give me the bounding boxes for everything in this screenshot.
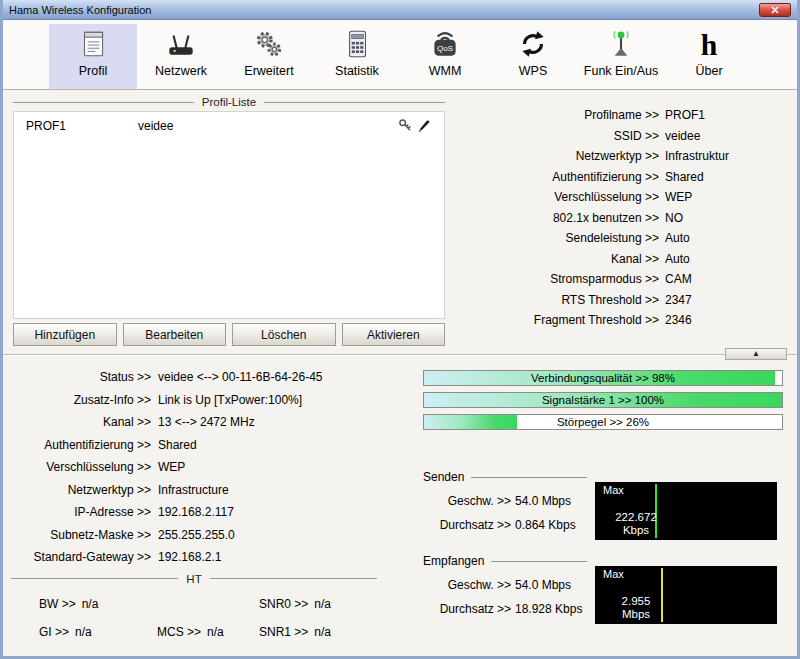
activate-button[interactable]: Aktivieren: [342, 323, 446, 346]
subnet-row: Subnetz-Maske >>255.255.255.0: [11, 528, 411, 542]
calculator-icon: [313, 27, 401, 63]
titlebar[interactable]: Hama Wireless Konfiguration: [3, 0, 797, 20]
signal-strength-label: Signalstärke 1 >> 100%: [424, 393, 782, 407]
ht-snr1: SNR1 >>n/a: [259, 625, 377, 639]
profile-list-panel: Profil-Liste PROF1 veidee: [13, 96, 445, 346]
status-row: Status >>veidee <--> 00-11-6B-64-26-45: [11, 370, 411, 384]
link-quality-bar: Verbindungsqualität >> 98%: [423, 370, 783, 386]
profile-buttons: Hinzufügen Bearbeiten Löschen Aktivieren: [13, 323, 445, 346]
detail-netzwerktyp: Netzwerktyp >>Infrastruktur: [469, 149, 773, 163]
ht-grid: BW >>n/a SNR0 >>n/a GI >>n/a MCS >>n/a S…: [11, 597, 377, 639]
tab-funk-ein-aus[interactable]: Funk Ein/Aus: [577, 24, 665, 89]
zusatz-info-row: Zusatz-Info >>Link is Up [TxPower:100%]: [11, 393, 411, 407]
svg-text:QoS: QoS: [437, 44, 453, 53]
close-button[interactable]: [759, 3, 791, 17]
profile-list-group-title: Profil-Liste: [13, 96, 445, 108]
profile-name: PROF1: [26, 119, 138, 133]
detail-ssid: SSID >>veidee: [469, 129, 773, 143]
noise-level-bar: Störpegel >> 26%: [423, 414, 783, 430]
signal-panel: Verbindungsqualität >> 98% Signalstärke …: [411, 370, 783, 639]
senden-header: Senden: [423, 470, 587, 484]
active-check-pen-icon: [417, 118, 432, 133]
noise-level-label: Störpegel >> 26%: [424, 415, 782, 429]
status-section: Status >>veidee <--> 00-11-6B-64-26-45 Z…: [3, 360, 797, 639]
auth-row: Authentifizierung >>Shared: [11, 438, 411, 452]
profile-list[interactable]: PROF1 veidee: [13, 111, 445, 319]
qos-icon: QoS: [401, 27, 489, 63]
antenna-icon: [577, 27, 665, 63]
profile-ssid: veidee: [138, 119, 398, 133]
senden-graph: Max 222.672 Kbps: [595, 482, 777, 540]
tab-wmm[interactable]: QoS WMM: [401, 24, 489, 89]
tab-erweitert-label: Erweitert: [225, 64, 313, 78]
app-window: Hama Wireless Konfiguration Profil: [0, 0, 800, 659]
section-divider: ▲: [3, 348, 797, 360]
empfangen-header: Empfangen: [423, 554, 587, 568]
link-status-panel: Status >>veidee <--> 00-11-6B-64-26-45 Z…: [11, 370, 411, 639]
detail-sendeleistung: Sendeleistung >>Auto: [469, 231, 773, 245]
toolbar: Profil Netzwerk: [3, 20, 797, 90]
encryption-row: Verschlüsselung >>WEP: [11, 460, 411, 474]
detail-fragment-threshold: Fragment Threshold >>2346: [469, 313, 773, 327]
detail-stromsparmodus: Stromsparmodus >>CAM: [469, 272, 773, 286]
detail-8021x: 802.1x benutzen >>NO: [469, 211, 773, 225]
profile-row[interactable]: PROF1 veidee: [14, 112, 444, 133]
close-icon: [771, 6, 779, 14]
tab-funk-label: Funk Ein/Aus: [577, 64, 665, 78]
empfangen-graph: Max 2.955 Mbps: [595, 566, 777, 624]
detail-profilname: Profilname >>PROF1: [469, 108, 773, 122]
senden-max-label: Max: [603, 484, 624, 496]
tab-erweitert[interactable]: Erweitert: [225, 24, 313, 89]
add-button[interactable]: Hinzufügen: [13, 323, 117, 346]
gateway-row: Standard-Gateway >>192.168.2.1: [11, 550, 411, 564]
window-title: Hama Wireless Konfiguration: [9, 4, 151, 16]
detail-verschluesselung: Verschlüsselung >>WEP: [469, 190, 773, 204]
collapse-button[interactable]: ▲: [725, 348, 787, 360]
senden-speed: Geschw. >>54.0 Mbps: [423, 494, 587, 508]
tab-wmm-label: WMM: [401, 64, 489, 78]
edit-button[interactable]: Bearbeiten: [123, 323, 227, 346]
tab-profil-label: Profil: [49, 64, 137, 78]
senden-throughput: Durchsatz >>0.864 Kbps: [423, 518, 587, 532]
empfangen-throughput: Durchsatz >>18.928 Kbps: [423, 602, 587, 616]
empfangen-speed: Geschw. >>54.0 Mbps: [423, 578, 587, 592]
gears-icon: [225, 27, 313, 63]
senden-group: Senden Geschw. >>54.0 Mbps Durchsatz >>0…: [423, 470, 783, 540]
tab-statistik-label: Statistik: [313, 64, 401, 78]
profile-details-panel: Profilname >>PROF1 SSID >>veidee Netzwer…: [445, 96, 787, 346]
network-icon: [137, 27, 225, 63]
detail-authentifizierung: Authentifizierung >>Shared: [469, 170, 773, 184]
tab-statistik[interactable]: Statistik: [313, 24, 401, 89]
ht-bw: BW >>n/a: [39, 597, 157, 611]
link-quality-label: Verbindungsqualität >> 98%: [424, 371, 782, 385]
tab-ueber-label: Über: [665, 64, 753, 78]
tab-netzwerk[interactable]: Netzwerk: [137, 24, 225, 89]
signal-strength-bar: Signalstärke 1 >> 100%: [423, 392, 783, 408]
detail-rts-threshold: RTS Threshold >>2347: [469, 293, 773, 307]
network-type-row: Netzwerktyp >>Infrastructure: [11, 483, 411, 497]
empfangen-max-label: Max: [603, 568, 624, 580]
ht-group-title: HT: [11, 573, 377, 585]
empfangen-group: Empfangen Geschw. >>54.0 Mbps Durchsatz …: [423, 554, 783, 624]
collapse-up-icon: ▲: [752, 349, 760, 358]
detail-kanal: Kanal >>Auto: [469, 252, 773, 266]
ht-snr0: SNR0 >>n/a: [259, 597, 377, 611]
hama-logo-icon: h: [665, 27, 753, 63]
tab-wps[interactable]: WPS: [489, 24, 577, 89]
empfangen-max-value: 2.955 Mbps: [603, 595, 669, 621]
svg-text:h: h: [701, 28, 718, 61]
wps-icon: [489, 27, 577, 63]
ht-gi: GI >>n/a: [39, 625, 157, 639]
ip-row: IP-Adresse >>192.168.2.117: [11, 505, 411, 519]
delete-button[interactable]: Löschen: [232, 323, 336, 346]
profile-icon: [49, 27, 137, 63]
tab-wps-label: WPS: [489, 64, 577, 78]
kanal-row: Kanal >>13 <--> 2472 MHz: [11, 415, 411, 429]
tab-profil[interactable]: Profil: [49, 24, 137, 89]
profile-section: Profil-Liste PROF1 veidee: [3, 90, 797, 346]
senden-max-value: 222.672 Kbps: [603, 511, 669, 537]
tab-netzwerk-label: Netzwerk: [137, 64, 225, 78]
tab-ueber[interactable]: h Über: [665, 24, 753, 89]
ht-mcs: MCS >>n/a: [157, 625, 259, 639]
key-icon: [398, 118, 413, 133]
